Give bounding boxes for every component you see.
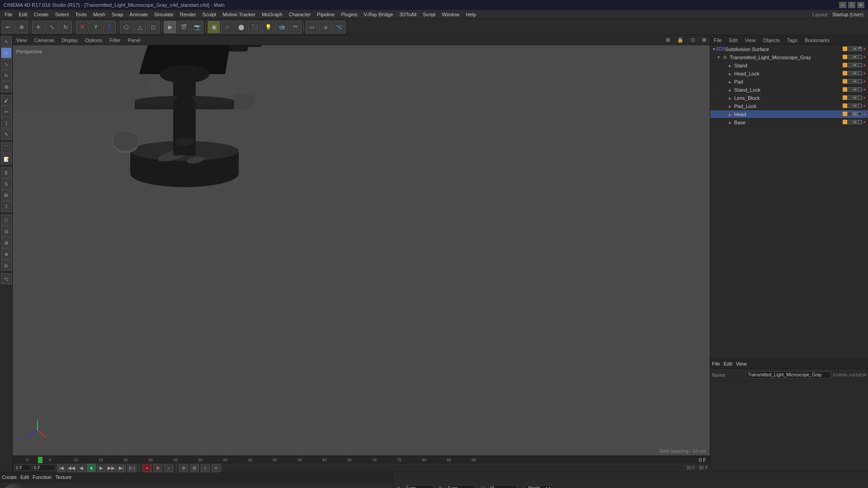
px-input[interactable]: 0 cm — [446, 485, 476, 488]
world-dropdown[interactable]: World Object Parent — [525, 485, 552, 488]
obj-view-tab[interactable]: View — [743, 37, 758, 43]
vp-filter-menu[interactable]: Filter — [108, 37, 122, 43]
rotate-tool-button[interactable]: ↻ — [59, 21, 72, 33]
list-item[interactable]: ▶ ▲ Stand_Lock ✦ — [710, 86, 868, 94]
obj-objects-tab[interactable]: Objects — [761, 37, 781, 43]
close-button[interactable]: ✕ — [857, 2, 864, 8]
list-item[interactable]: ▼ ⊞ Transmitted_Light_Microscope_Gray ✦ — [710, 53, 868, 61]
scale-tool[interactable]: ⤡ — [1, 59, 12, 70]
menu-sculpt[interactable]: Sculpt — [200, 11, 219, 18]
vp-center-btn[interactable]: ⊞ — [664, 37, 672, 43]
light-btn[interactable]: 💡 — [262, 21, 274, 33]
array-tool[interactable]: ⊞ — [1, 237, 12, 248]
minimize-button[interactable]: ─ — [839, 2, 846, 8]
render-btn[interactable]: ▶ — [164, 21, 176, 33]
play-btn[interactable]: ▶ — [97, 463, 106, 472]
obj-tags-tab[interactable]: Tags — [785, 37, 799, 43]
current-frame-input[interactable] — [33, 465, 55, 471]
record-btn[interactable]: ● — [142, 463, 151, 472]
list-item[interactable]: ▶ ▲ Pad_Lock ✦ — [710, 102, 868, 110]
z-axis-button[interactable]: Z — [103, 21, 116, 33]
magnet-tool[interactable]: $ — [1, 167, 12, 178]
vp-view-menu[interactable]: View — [14, 37, 29, 43]
soft-body-tool[interactable]: ◎ — [1, 260, 12, 271]
start-frame-input[interactable] — [14, 465, 31, 471]
e-icon[interactable]: E — [859, 373, 862, 377]
menu-render[interactable]: Render — [177, 11, 199, 18]
vp-fullscreen-btn[interactable]: ⊡ — [689, 37, 697, 43]
sphere-btn[interactable]: ○ — [221, 21, 234, 33]
menu-vray[interactable]: V-Ray Bridge — [361, 11, 396, 18]
weight-tool[interactable]: W — [1, 190, 12, 201]
render-settings-btn[interactable]: 🎬 — [177, 21, 190, 33]
menu-select[interactable]: Select — [52, 11, 72, 18]
v-icon[interactable]: V — [836, 373, 839, 377]
mirror-tool[interactable]: ⊟ — [1, 226, 12, 237]
py-script-btn[interactable]: ⌥ — [333, 21, 345, 33]
menu-snap[interactable]: Snap — [109, 11, 126, 18]
vp-display-menu[interactable]: Display — [60, 37, 80, 43]
keyframe-btn[interactable]: ⬦ — [164, 463, 173, 472]
undo-button[interactable]: ↩ — [2, 21, 14, 33]
3d-viewport[interactable]: Perspective Grid Spacing : 10 cm X Y Z — [13, 45, 710, 455]
list-item[interactable]: ▶ ▲ Head ✦ — [710, 110, 868, 118]
bone-tool[interactable]: ⊕ — [1, 249, 12, 259]
vp-panel-menu[interactable]: Panel — [126, 37, 142, 43]
menu-3dtoall[interactable]: 3DToAll — [396, 11, 419, 18]
list-item[interactable]: ▶ ▲ Pad ✦ — [710, 78, 868, 86]
polygon-pen-tool[interactable]: ✎ — [1, 129, 12, 140]
y-axis-button[interactable]: Y — [90, 21, 102, 33]
cube-btn[interactable]: ▣ — [208, 21, 220, 33]
spline-tool[interactable]: S — [1, 178, 12, 189]
auto-keyframe-btn[interactable]: ⊕ — [153, 463, 162, 472]
point-mode-button[interactable]: ⬡ — [120, 21, 132, 33]
move-tool-button[interactable]: ✛ — [32, 21, 45, 33]
layout-value[interactable]: Startup (User) — [830, 11, 866, 18]
attr-edit-tab[interactable]: Edit — [724, 361, 732, 366]
menu-file[interactable]: File — [2, 11, 15, 18]
mat-texture-tab[interactable]: Texture — [55, 474, 71, 480]
expand-icon[interactable]: ▼ — [717, 55, 721, 60]
s-icon[interactable]: S — [833, 373, 835, 377]
preview-btn[interactable]: ⊞ — [190, 463, 199, 472]
knife-tool[interactable]: ✂ — [1, 106, 12, 117]
step-forward-btn[interactable]: ▶▶ — [107, 463, 116, 472]
l-icon[interactable]: L — [846, 373, 849, 377]
menu-character[interactable]: Character — [286, 11, 313, 18]
move-tool[interactable]: ✛ — [1, 47, 12, 58]
stop-btn[interactable]: ■ — [87, 463, 96, 472]
edge-mode-button[interactable]: △ — [133, 21, 146, 33]
texture-map-tool[interactable]: ⬡ — [1, 215, 12, 225]
sound-btn[interactable]: ♪ — [201, 463, 210, 472]
obj-bookmarks-tab[interactable]: Bookmarks — [803, 37, 831, 43]
r-icon[interactable]: R — [839, 373, 842, 377]
new-object-button[interactable]: ⊕ — [15, 21, 28, 33]
go-to-start-btn[interactable]: |◀ — [57, 463, 66, 472]
vp-lock-btn[interactable]: 🔒 — [675, 37, 685, 43]
menu-script[interactable]: Script — [420, 11, 438, 18]
menu-mograph[interactable]: MoGraph — [259, 11, 285, 18]
list-item[interactable]: ▶ ▲ Head_Lock ✦ — [710, 70, 868, 78]
menu-help[interactable]: Help — [463, 11, 479, 18]
x-axis-button[interactable]: X — [76, 21, 89, 33]
name-value[interactable]: Transmitted_Light_Microscope_Gray — [746, 371, 831, 379]
g-icon[interactable]: G — [852, 373, 855, 377]
m-icon[interactable]: M — [842, 373, 846, 377]
poly-mode-button[interactable]: ◻ — [147, 21, 160, 33]
w-icon[interactable]: W — [863, 373, 867, 377]
sx-input[interactable]: 0° — [488, 485, 518, 488]
attr-view-tab[interactable]: View — [736, 361, 747, 366]
options-btn[interactable]: ≡ — [212, 463, 221, 472]
motion-path-btn[interactable]: ⊛ — [179, 463, 188, 472]
sky-btn[interactable]: ⌀ — [319, 21, 332, 33]
joint-tool[interactable]: J — [1, 201, 12, 212]
menu-tools[interactable]: Tools — [72, 11, 90, 18]
vp-options-menu[interactable]: Options — [83, 37, 104, 43]
mat-function-tab[interactable]: Function — [33, 474, 52, 480]
menu-simulate[interactable]: Simulate — [151, 11, 176, 18]
paint-tool[interactable]: 🖌 — [1, 95, 12, 106]
a-icon[interactable]: A — [849, 373, 852, 377]
cursor-tool[interactable]: ↖ — [1, 36, 12, 47]
spline-btn[interactable]: 〜 — [289, 21, 302, 33]
attr-file-tab[interactable]: File — [712, 361, 720, 366]
